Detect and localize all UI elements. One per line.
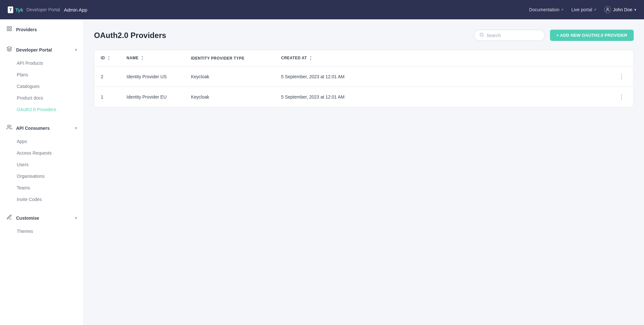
access-requests-label: Access Requests xyxy=(17,150,52,156)
api-products-label: API Products xyxy=(17,61,43,66)
documentation-link[interactable]: Documentation ↗ xyxy=(529,7,564,12)
developer-portal-icon xyxy=(6,46,12,53)
catalogues-label: Catalogues xyxy=(17,84,40,89)
row-1-name: Identity Provider US xyxy=(120,66,185,87)
tyk-logo: T Tyk xyxy=(8,6,23,13)
page-header: OAuth2.0 Providers + ADD NEW OAUTH2.0 PR… xyxy=(94,30,634,41)
sidebar-sub-item-teams[interactable]: Teams xyxy=(0,182,83,194)
svg-line-7 xyxy=(482,36,483,37)
page-title: OAuth2.0 Providers xyxy=(94,31,469,40)
external-link-icon-2: ↗ xyxy=(593,8,596,12)
live-portal-label: Live portal xyxy=(571,7,592,12)
row-2-actions: ⋮ xyxy=(610,87,633,107)
sidebar-section-developer-portal: Developer Portal ▾ API Products Plans Ca… xyxy=(0,40,83,118)
brand: T Tyk Developer Portal Admin App xyxy=(8,6,87,13)
column-header-type: IDENTITY PROVIDER TYPE xyxy=(185,50,275,66)
developer-portal-label: Developer Portal xyxy=(16,47,52,53)
apps-label: Apps xyxy=(17,139,27,144)
sidebar-section-customise: Customise ▾ Themes xyxy=(0,208,83,240)
customise-chevron-icon: ▾ xyxy=(75,216,77,220)
svg-point-5 xyxy=(8,125,10,127)
providers-icon xyxy=(6,26,12,33)
api-consumers-icon xyxy=(6,124,12,132)
sidebar-sub-item-users[interactable]: Users xyxy=(0,159,83,170)
column-header-created-at[interactable]: CREATED AT ▲▼ xyxy=(275,50,610,66)
developer-portal-chevron-icon: ▾ xyxy=(75,48,77,52)
topnav: T Tyk Developer Portal Admin App Documen… xyxy=(0,0,644,19)
sidebar-sub-item-organisations[interactable]: Organisations xyxy=(0,170,83,182)
table: ID ▲▼ NAME ▲▼ IDENTITY PROVI xyxy=(94,50,633,107)
sidebar-item-customise[interactable]: Customise ▾ xyxy=(0,210,83,225)
customise-icon xyxy=(6,214,12,222)
organisations-label: Organisations xyxy=(17,174,44,179)
external-link-icon: ↗ xyxy=(561,8,564,12)
row-2-created-at: 5 September, 2023 at 12:01 AM xyxy=(275,87,610,107)
logo-text: Tyk xyxy=(15,7,23,13)
sidebar-sub-item-access-requests[interactable]: Access Requests xyxy=(0,147,83,159)
row-1-id: 2 xyxy=(94,66,120,87)
search-box[interactable] xyxy=(474,30,545,41)
column-header-name[interactable]: NAME ▲▼ xyxy=(120,50,185,66)
table-header: ID ▲▼ NAME ▲▼ IDENTITY PROVI xyxy=(94,50,633,66)
sidebar-sub-item-product-docs[interactable]: Product docs xyxy=(0,92,83,104)
row-2-type: Keycloak xyxy=(185,87,275,107)
logo-box: T xyxy=(8,6,13,13)
row-1-actions-menu-button[interactable]: ⋮ xyxy=(616,72,627,81)
svg-point-6 xyxy=(480,33,483,36)
svg-rect-2 xyxy=(10,26,12,28)
column-id-label: ID xyxy=(101,56,105,60)
user-menu[interactable]: John Doe ▾ xyxy=(604,6,636,13)
table-row: 1 Identity Provider EU Keycloak 5 Septem… xyxy=(94,87,633,107)
row-2-actions-menu-button[interactable]: ⋮ xyxy=(616,93,627,101)
teams-label: Teams xyxy=(17,185,30,190)
sidebar-item-api-consumers[interactable]: API Consumers ▾ xyxy=(0,120,83,136)
sidebar-sub-item-plans[interactable]: Plans xyxy=(0,69,83,81)
themes-label: Themes xyxy=(17,229,33,234)
sidebar: Providers Developer Portal ▾ API Product… xyxy=(0,19,84,325)
sort-icon-name: ▲▼ xyxy=(141,55,144,61)
row-1-actions: ⋮ xyxy=(610,66,633,87)
row-1-created-at: 5 September, 2023 at 12:01 AM xyxy=(275,66,610,87)
column-type-label: IDENTITY PROVIDER TYPE xyxy=(191,56,244,61)
api-consumers-chevron-icon: ▾ xyxy=(75,126,77,130)
sort-icon-created: ▲▼ xyxy=(309,55,312,61)
user-name: John Doe xyxy=(613,7,632,12)
sidebar-section-api-consumers: API Consumers ▾ Apps Access Requests Use… xyxy=(0,118,83,208)
sidebar-sub-item-api-products[interactable]: API Products xyxy=(0,57,83,69)
sidebar-sub-item-themes[interactable]: Themes xyxy=(0,225,83,237)
customise-label: Customise xyxy=(16,215,39,221)
sidebar-sub-item-catalogues[interactable]: Catalogues xyxy=(0,81,83,92)
row-1-type: Keycloak xyxy=(185,66,275,87)
oauth2-providers-table: ID ▲▼ NAME ▲▼ IDENTITY PROVI xyxy=(94,50,634,107)
svg-rect-1 xyxy=(7,26,9,28)
plans-label: Plans xyxy=(17,72,28,77)
svg-point-0 xyxy=(607,8,609,10)
sidebar-item-providers[interactable]: Providers xyxy=(0,22,83,37)
svg-rect-4 xyxy=(10,29,12,31)
documentation-label: Documentation xyxy=(529,7,559,12)
row-2-id: 1 xyxy=(94,87,120,107)
app-name: Admin App xyxy=(64,7,87,13)
sidebar-item-developer-portal[interactable]: Developer Portal ▾ xyxy=(0,42,83,57)
layout: Providers Developer Portal ▾ API Product… xyxy=(0,19,644,325)
user-avatar-icon xyxy=(604,6,611,13)
portal-label: Developer Portal xyxy=(26,7,60,12)
search-input[interactable] xyxy=(487,33,539,38)
sidebar-sub-item-oauth2-providers[interactable]: OAuth2.0 Providers xyxy=(0,104,83,115)
invite-codes-label: Invite Codes xyxy=(17,197,42,202)
table-body: 2 Identity Provider US Keycloak 5 Septem… xyxy=(94,66,633,107)
live-portal-link[interactable]: Live portal ↗ xyxy=(571,7,596,12)
users-label: Users xyxy=(17,162,29,167)
search-icon xyxy=(479,33,484,38)
sidebar-sub-item-invite-codes[interactable]: Invite Codes xyxy=(0,194,83,205)
oauth2-providers-label: OAuth2.0 Providers xyxy=(17,107,56,112)
table-row: 2 Identity Provider US Keycloak 5 Septem… xyxy=(94,66,633,87)
providers-label: Providers xyxy=(16,27,37,32)
user-menu-chevron-icon: ▾ xyxy=(634,8,636,12)
sidebar-sub-item-apps[interactable]: Apps xyxy=(0,136,83,147)
sidebar-section-providers: Providers xyxy=(0,19,83,40)
column-created-label: CREATED AT xyxy=(281,56,307,60)
column-header-id[interactable]: ID ▲▼ xyxy=(94,50,120,66)
add-oauth2-provider-button[interactable]: + ADD NEW OAUTH2.0 PROVIDER xyxy=(550,30,634,41)
row-2-name: Identity Provider EU xyxy=(120,87,185,107)
